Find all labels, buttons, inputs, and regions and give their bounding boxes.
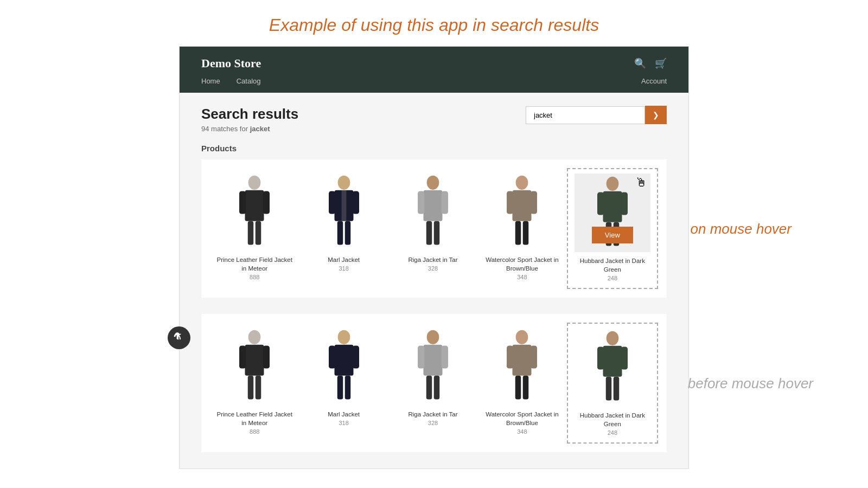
product-price-b1: 888 (216, 428, 292, 435)
products-grid-top: Prince Leather Field Jacket in Meteor 88… (201, 159, 667, 298)
svg-rect-12 (341, 190, 346, 221)
search-results-title: Search results (201, 106, 298, 123)
top-row-section: Prince Leather Field Jacket in Meteor 88… (201, 159, 667, 298)
product-card-5[interactable]: 🖱 View (567, 168, 658, 289)
product-image-b1 (216, 327, 292, 406)
product-image-b2 (305, 327, 381, 406)
products-grid-bottom: Prince Leather Field Jacket in Meteor 88… (201, 314, 667, 452)
product-card-b5[interactable]: Hubbard Jacket in Dark Green 248 (567, 323, 658, 444)
nav-home[interactable]: Home (201, 77, 220, 85)
product-image-b5 (575, 328, 650, 407)
svg-point-37 (337, 330, 350, 344)
svg-rect-24 (523, 221, 529, 245)
svg-rect-10 (337, 221, 343, 245)
svg-rect-51 (507, 345, 513, 368)
svg-rect-48 (434, 375, 440, 399)
svg-rect-39 (329, 345, 335, 368)
product-card-3[interactable]: Riga Jacket in Tar 328 (388, 168, 477, 289)
view-button[interactable]: View (592, 227, 633, 243)
store-logo: Demo Store (201, 56, 261, 70)
cart-icon[interactable]: 🛒 (655, 57, 667, 69)
svg-rect-36 (256, 375, 261, 399)
svg-point-43 (427, 330, 439, 344)
svg-rect-22 (531, 191, 537, 214)
page-wrapper: Example of using this app in search resu… (0, 0, 868, 469)
product-price-b3: 328 (395, 420, 471, 426)
product-name-4: Watercolor Sport Jacket in Brown/Blue (484, 255, 560, 273)
product-card-4[interactable]: Watercolor Sport Jacket in Brown/Blue 34… (477, 168, 566, 289)
store-nav: Home Catalog Account (201, 77, 667, 93)
search-input[interactable] (526, 106, 645, 124)
svg-rect-33 (239, 345, 246, 368)
product-image-4 (484, 172, 560, 251)
svg-rect-34 (263, 345, 270, 368)
product-name-1: Prince Leather Field Jacket in Meteor (216, 255, 292, 273)
search-submit-button[interactable]: ❯ (645, 106, 667, 124)
page-title: Example of using this app in search resu… (43, 0, 825, 46)
product-price-5: 248 (575, 275, 650, 281)
svg-rect-8 (329, 191, 335, 214)
product-name-3: Riga Jacket in Tar (395, 255, 471, 264)
product-image-2 (305, 172, 381, 251)
product-image-3 (395, 172, 471, 251)
search-box: ❯ (526, 106, 667, 124)
bottom-row-section: Prince Leather Field Jacket in Meteor 88… (201, 314, 667, 452)
svg-rect-57 (597, 346, 604, 369)
svg-rect-3 (263, 191, 270, 214)
product-image-b4 (484, 327, 560, 406)
svg-rect-1 (245, 190, 264, 221)
svg-rect-45 (418, 345, 424, 368)
header-icons: 🔍 🛒 (634, 57, 667, 69)
svg-point-0 (248, 175, 261, 189)
svg-rect-4 (248, 221, 254, 245)
product-card-b1[interactable]: Prince Leather Field Jacket in Meteor 88… (210, 323, 299, 444)
svg-rect-42 (344, 375, 350, 399)
svg-rect-18 (434, 221, 440, 245)
svg-rect-58 (621, 346, 628, 369)
svg-rect-35 (248, 375, 254, 399)
svg-point-6 (337, 175, 350, 189)
svg-rect-9 (352, 191, 359, 214)
svg-point-13 (427, 175, 439, 189)
product-name-b4: Watercolor Sport Jacket in Brown/Blue (484, 410, 560, 427)
annotation-on-hover: on mouse hover (691, 220, 792, 237)
svg-rect-23 (515, 221, 521, 245)
product-card-1[interactable]: Prince Leather Field Jacket in Meteor 88… (210, 168, 299, 289)
nav-account[interactable]: Account (641, 77, 667, 85)
svg-rect-46 (442, 345, 448, 368)
product-card-b4[interactable]: Watercolor Sport Jacket in Brown/Blue 34… (477, 323, 566, 444)
product-name-b5: Hubbard Jacket in Dark Green (575, 411, 650, 428)
search-results-header: Search results 94 matches for jacket ❯ (201, 106, 667, 133)
svg-rect-15 (418, 191, 424, 214)
product-price-3: 328 (395, 265, 471, 272)
product-name-b2: Marl Jacket (305, 410, 381, 419)
svg-rect-16 (442, 191, 448, 214)
svg-point-55 (606, 331, 618, 345)
svg-rect-2 (239, 191, 246, 214)
search-query: jacket (250, 125, 270, 133)
annotation-before-hover: before mouse hover (688, 375, 813, 391)
svg-rect-27 (597, 192, 604, 215)
svg-rect-21 (507, 191, 513, 214)
svg-rect-52 (531, 345, 537, 368)
product-name-b3: Riga Jacket in Tar (395, 410, 471, 419)
product-price-b5: 248 (575, 429, 650, 436)
product-price-1: 888 (216, 274, 292, 280)
svg-rect-50 (513, 344, 532, 375)
svg-point-25 (606, 176, 618, 190)
svg-rect-47 (426, 375, 432, 399)
product-image-b3 (395, 327, 471, 406)
product-card-b2[interactable]: Marl Jacket 318 (299, 323, 388, 444)
search-icon[interactable]: 🔍 (634, 57, 646, 69)
svg-point-19 (516, 175, 528, 189)
nav-catalog[interactable]: Catalog (237, 77, 261, 85)
svg-rect-38 (334, 344, 353, 375)
svg-rect-20 (513, 190, 532, 221)
product-card-b3[interactable]: Riga Jacket in Tar 328 (388, 323, 477, 444)
svg-rect-56 (603, 345, 622, 376)
product-price-b2: 318 (305, 420, 381, 426)
product-price-2: 318 (305, 265, 381, 272)
svg-point-31 (248, 330, 261, 344)
product-card-2[interactable]: Marl Jacket 318 (299, 168, 388, 289)
svg-rect-54 (523, 375, 529, 399)
